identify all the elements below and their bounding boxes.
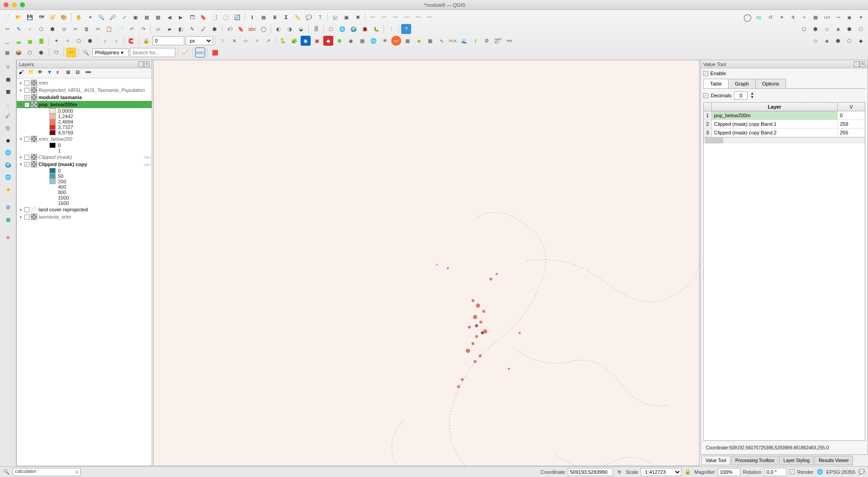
deselect-button[interactable]: ✖ — [353, 12, 363, 22]
vt-scrollbar[interactable] — [704, 137, 865, 143]
plugin-14[interactable]: ∿ — [436, 36, 446, 46]
layer-row-popb[interactable]: ▾pop_below200m — [17, 101, 152, 108]
vertex-tool-1[interactable]: 〰 — [368, 12, 378, 22]
layer-visibility-checkbox[interactable] — [24, 102, 29, 107]
minimize-window-button[interactable] — [12, 2, 17, 7]
vertex-tool-6[interactable]: 〰 — [424, 12, 434, 22]
vt-tab-options[interactable]: Options — [755, 79, 786, 88]
layout-manager-button[interactable]: 🧭 — [48, 12, 58, 22]
python-console-button[interactable]: 🐍 — [278, 36, 288, 46]
pan-map-button[interactable]: ✋ — [74, 12, 84, 22]
raster-hist-3[interactable]: ▅ — [25, 36, 35, 46]
map-tips-button[interactable]: 💬 — [304, 12, 314, 22]
add-wms-icon[interactable]: 🌍 — [2, 159, 14, 170]
layer-row-srtm[interactable]: ▸srtm — [17, 79, 152, 86]
dock-tab-results[interactable]: Results Viewer — [815, 456, 853, 465]
curve-edit-2[interactable]: ✶ — [777, 12, 786, 22]
geom-ext-5[interactable]: ◆ — [856, 36, 866, 46]
new-layer-1[interactable]: ✦ — [51, 36, 61, 46]
label-tool-2[interactable]: 🔖 — [236, 24, 246, 34]
layer-row-clipc[interactable]: ▾Clipped (mask) copy▭▭ — [17, 161, 152, 168]
add-postgis-icon[interactable]: 🐘 — [2, 123, 14, 134]
vt-row[interactable]: 3Clipped (mask) copy Band 2255 — [704, 129, 865, 137]
adv-digit-5[interactable]: 🖊 — [198, 24, 208, 34]
misc-tool-1[interactable]: ⋮ — [386, 24, 396, 34]
geom-ext-1[interactable]: ◇ — [810, 36, 820, 46]
label-tool-1[interactable]: 🏷 — [225, 24, 235, 34]
zoom-layer-button[interactable]: ▦ — [142, 12, 152, 22]
new-layer-2[interactable]: ✧ — [62, 36, 72, 46]
plugin-1[interactable]: 🧩 — [289, 36, 299, 46]
help-button[interactable]: ? — [401, 24, 411, 34]
vertex-tool-button[interactable]: ⊙ — [59, 24, 69, 34]
scale-select[interactable]: 1:412723 — [641, 468, 681, 476]
add-wfs-icon[interactable]: 🌐 — [2, 172, 14, 182]
annotation-button[interactable]: T — [315, 12, 325, 22]
paste-button[interactable]: 📄 — [115, 24, 125, 34]
layer-visibility-checkbox[interactable] — [24, 207, 29, 212]
db-manager-button[interactable]: 🗄 — [311, 24, 321, 34]
geom-ext-2[interactable]: ◈ — [822, 36, 832, 46]
open-project-button[interactable]: 📂 — [14, 12, 24, 22]
vertex-tool-3[interactable]: 〰 — [390, 12, 400, 22]
plugin-2[interactable]: ◉ — [301, 36, 311, 46]
layer-visibility-checkbox[interactable] — [24, 88, 29, 93]
layer-row-lcr[interactable]: ▸📄land cover reprojected — [17, 206, 152, 213]
select-by-value-button[interactable]: ▣ — [341, 12, 351, 22]
geom-tool-5[interactable]: ⬟ — [844, 24, 854, 34]
measure-button[interactable]: 📏 — [293, 12, 302, 22]
add-mssql-icon[interactable]: ◉ — [2, 135, 14, 146]
vt-row[interactable]: 1pop_below200m0 — [704, 111, 865, 120]
enable-checkbox[interactable] — [703, 71, 708, 76]
curve-edit-4[interactable]: ≈ — [799, 12, 809, 22]
freehand-button[interactable]: 〰 — [66, 48, 76, 57]
vertex-tool-4[interactable]: 〰 — [402, 12, 412, 22]
delete-selected-button[interactable]: 🗑 — [82, 24, 91, 34]
collapse-all-icon[interactable]: ⊟ — [76, 69, 84, 77]
plugin-20[interactable]: 👓 — [504, 36, 514, 46]
geom-tool-3[interactable]: ◇ — [822, 24, 832, 34]
vt-tab-graph[interactable]: Graph — [728, 79, 756, 88]
plugin-17[interactable]: ℹ — [470, 36, 480, 46]
add-group-icon[interactable]: 📁 — [28, 69, 36, 77]
zoom-window-button[interactable] — [20, 2, 25, 7]
raster-hist-1[interactable]: ▁ — [2, 36, 12, 46]
new-bookmark-button[interactable]: 🔖 — [198, 12, 208, 22]
grass-icon[interactable]: ▦ — [2, 214, 14, 225]
plugin-18[interactable]: ⚙ — [482, 36, 492, 46]
layers-tree[interactable]: ▸srtm▸Reprojected_HRSL_AUS_Tasmania_Popu… — [17, 78, 152, 466]
locator-clear-icon[interactable]: ⊘ — [75, 469, 79, 475]
expand-icon[interactable]: ▸ — [19, 215, 23, 219]
zoom-native-button[interactable]: ▩ — [153, 12, 163, 22]
new-layer-3[interactable]: ⬡ — [74, 36, 84, 46]
select-features-button[interactable]: ◱ — [330, 12, 340, 22]
add-mesh-icon[interactable]: ▩ — [2, 86, 14, 97]
magnifier-input[interactable] — [718, 468, 740, 476]
adv-digit-6[interactable]: ⬟ — [210, 24, 220, 34]
plugin-15[interactable]: PCA — [448, 36, 458, 46]
pixel-unit-select[interactable]: px — [186, 36, 213, 45]
expand-all-icon[interactable]: ⊞ — [66, 69, 74, 77]
crs-icon[interactable]: 🌐 — [816, 468, 824, 476]
expand-icon[interactable]: ▾ — [19, 102, 23, 107]
nominatim-search-icon[interactable]: 🔍 — [81, 48, 91, 57]
adv-digit-1[interactable]: ▱ — [153, 24, 163, 34]
magnifier-lock-icon[interactable]: 🔒 — [684, 468, 691, 476]
decimals-checkbox[interactable] — [703, 93, 708, 98]
redo-button[interactable]: ↷ — [138, 24, 148, 34]
messages-icon[interactable]: 💬 — [858, 468, 865, 476]
label-tool-3[interactable]: abc — [247, 24, 257, 34]
geom-tool-2[interactable]: ⬢ — [810, 24, 820, 34]
plugin-13[interactable]: ▦ — [425, 36, 435, 46]
filter-layer-button[interactable]: ⬡ — [25, 48, 35, 57]
topo-tool-1[interactable]: Y — [218, 36, 228, 46]
add-csv-icon[interactable]: ， — [2, 98, 14, 109]
spline-1[interactable]: γ — [100, 36, 110, 46]
bug-tool-1[interactable]: 🐞 — [360, 24, 370, 34]
donut-icon[interactable]: ◯ — [743, 12, 753, 22]
layer-row-reproj[interactable]: ▸Reprojected_HRSL_AUS_Tasmania_Populatio… — [17, 86, 152, 94]
save-project-button[interactable]: 💾 — [25, 12, 35, 22]
digitize-tool-1[interactable]: ⬡ — [36, 24, 46, 34]
layer-row-mod9[interactable]: module9 tasmania — [17, 94, 152, 101]
edc-plugin-button[interactable]: EDC — [195, 48, 205, 57]
